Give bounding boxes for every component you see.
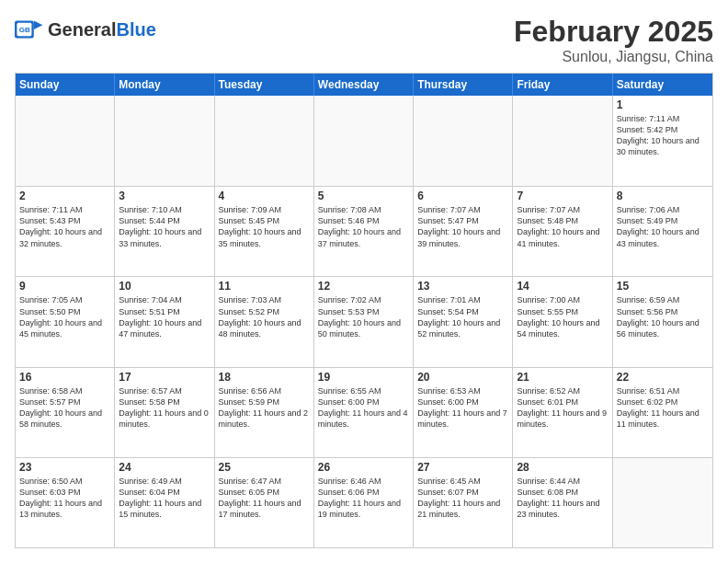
month-title: February 2025: [514, 15, 713, 49]
calendar-cell: 20Sunrise: 6:53 AM Sunset: 6:00 PM Dayli…: [414, 368, 513, 457]
calendar-cell: [16, 96, 115, 186]
day-of-week-header: Wednesday: [314, 74, 414, 96]
calendar-cell: [115, 96, 214, 186]
calendar-body: 1Sunrise: 7:11 AM Sunset: 5:42 PM Daylig…: [16, 96, 712, 547]
day-info: Sunrise: 7:04 AM Sunset: 5:51 PM Dayligh…: [119, 294, 210, 339]
day-info: Sunrise: 6:57 AM Sunset: 5:58 PM Dayligh…: [119, 385, 210, 431]
day-info: Sunrise: 6:51 AM Sunset: 6:02 PM Dayligh…: [617, 385, 709, 431]
day-info: Sunrise: 6:58 AM Sunset: 5:57 PM Dayligh…: [19, 385, 110, 431]
calendar-cell: [215, 96, 314, 186]
calendar-cell: 26Sunrise: 6:46 AM Sunset: 6:06 PM Dayli…: [314, 458, 414, 547]
day-number: 9: [19, 280, 110, 293]
calendar-cell: 10Sunrise: 7:04 AM Sunset: 5:51 PM Dayli…: [115, 277, 214, 366]
day-of-week-header: Tuesday: [215, 74, 314, 96]
calendar-cell: 15Sunrise: 6:59 AM Sunset: 5:56 PM Dayli…: [613, 277, 712, 366]
day-info: Sunrise: 7:06 AM Sunset: 5:49 PM Dayligh…: [617, 204, 709, 249]
svg-text:GB: GB: [19, 26, 30, 34]
day-number: 7: [517, 190, 608, 202]
day-info: Sunrise: 7:03 AM Sunset: 5:52 PM Dayligh…: [219, 294, 310, 339]
logo-icon: GB: [15, 15, 44, 44]
day-info: Sunrise: 6:47 AM Sunset: 6:05 PM Dayligh…: [219, 476, 310, 521]
calendar-cell: 25Sunrise: 6:47 AM Sunset: 6:05 PM Dayli…: [215, 458, 314, 547]
logo-blue: Blue: [116, 19, 155, 40]
calendar-cell: 19Sunrise: 6:55 AM Sunset: 6:00 PM Dayli…: [314, 368, 414, 457]
calendar-cell: 22Sunrise: 6:51 AM Sunset: 6:02 PM Dayli…: [613, 368, 712, 457]
calendar-cell: 18Sunrise: 6:56 AM Sunset: 5:59 PM Dayli…: [215, 368, 314, 457]
day-info: Sunrise: 7:11 AM Sunset: 5:43 PM Dayligh…: [19, 204, 110, 249]
day-info: Sunrise: 6:44 AM Sunset: 6:08 PM Dayligh…: [517, 476, 608, 521]
calendar-cell: [314, 96, 414, 186]
calendar-cell: 7Sunrise: 7:07 AM Sunset: 5:48 PM Daylig…: [513, 187, 612, 276]
day-number: 11: [219, 280, 310, 293]
calendar-cell: 21Sunrise: 6:52 AM Sunset: 6:01 PM Dayli…: [513, 368, 612, 457]
calendar-cell: 2Sunrise: 7:11 AM Sunset: 5:43 PM Daylig…: [16, 187, 115, 276]
day-number: 2: [19, 190, 110, 202]
day-number: 1: [617, 98, 709, 111]
day-info: Sunrise: 7:01 AM Sunset: 5:54 PM Dayligh…: [417, 294, 508, 339]
location: Sunlou, Jiangsu, China: [514, 49, 713, 65]
day-number: 19: [318, 371, 409, 384]
calendar-cell: 24Sunrise: 6:49 AM Sunset: 6:04 PM Dayli…: [115, 458, 214, 547]
calendar-cell: 8Sunrise: 7:06 AM Sunset: 5:49 PM Daylig…: [613, 187, 712, 276]
calendar-cell: 11Sunrise: 7:03 AM Sunset: 5:52 PM Dayli…: [215, 277, 314, 366]
day-number: 15: [617, 280, 709, 293]
calendar-cell: [613, 458, 712, 547]
calendar-cell: 3Sunrise: 7:10 AM Sunset: 5:44 PM Daylig…: [115, 187, 214, 276]
calendar-row: 9Sunrise: 7:05 AM Sunset: 5:50 PM Daylig…: [16, 276, 712, 366]
calendar-row: 1Sunrise: 7:11 AM Sunset: 5:42 PM Daylig…: [16, 96, 712, 186]
day-of-week-header: Saturday: [613, 74, 712, 96]
svg-marker-3: [34, 20, 43, 29]
calendar-cell: 14Sunrise: 7:00 AM Sunset: 5:55 PM Dayli…: [513, 277, 612, 366]
calendar-cell: 1Sunrise: 7:11 AM Sunset: 5:42 PM Daylig…: [613, 96, 712, 186]
day-number: 17: [119, 371, 210, 384]
day-info: Sunrise: 6:49 AM Sunset: 6:04 PM Dayligh…: [119, 476, 210, 521]
calendar: SundayMondayTuesdayWednesdayThursdayFrid…: [15, 73, 713, 548]
day-number: 5: [318, 190, 409, 202]
day-number: 13: [417, 280, 508, 293]
day-info: Sunrise: 7:10 AM Sunset: 5:44 PM Dayligh…: [119, 204, 210, 249]
calendar-cell: 23Sunrise: 6:50 AM Sunset: 6:03 PM Dayli…: [16, 458, 115, 547]
day-of-week-header: Sunday: [16, 74, 115, 96]
day-of-week-header: Thursday: [414, 74, 513, 96]
day-info: Sunrise: 6:50 AM Sunset: 6:03 PM Dayligh…: [19, 476, 110, 521]
day-info: Sunrise: 6:56 AM Sunset: 5:59 PM Dayligh…: [219, 385, 310, 431]
day-number: 28: [517, 461, 608, 474]
day-number: 14: [517, 280, 608, 293]
calendar-row: 2Sunrise: 7:11 AM Sunset: 5:43 PM Daylig…: [16, 186, 712, 276]
day-number: 3: [119, 190, 210, 202]
calendar-cell: 4Sunrise: 7:09 AM Sunset: 5:45 PM Daylig…: [215, 187, 314, 276]
calendar-row: 23Sunrise: 6:50 AM Sunset: 6:03 PM Dayli…: [16, 457, 712, 547]
day-number: 22: [617, 371, 709, 384]
day-info: Sunrise: 6:55 AM Sunset: 6:00 PM Dayligh…: [318, 385, 409, 431]
logo-general: General: [48, 19, 116, 40]
day-number: 8: [617, 190, 709, 202]
day-number: 18: [219, 371, 310, 384]
day-number: 21: [517, 371, 608, 384]
day-info: Sunrise: 7:09 AM Sunset: 5:45 PM Dayligh…: [219, 204, 310, 249]
day-info: Sunrise: 7:11 AM Sunset: 5:42 PM Dayligh…: [617, 113, 709, 158]
day-number: 12: [318, 280, 409, 293]
day-of-week-header: Monday: [115, 74, 214, 96]
day-number: 25: [219, 461, 310, 474]
calendar-cell: 13Sunrise: 7:01 AM Sunset: 5:54 PM Dayli…: [414, 277, 513, 366]
day-info: Sunrise: 7:00 AM Sunset: 5:55 PM Dayligh…: [517, 294, 608, 339]
day-info: Sunrise: 7:05 AM Sunset: 5:50 PM Dayligh…: [19, 294, 110, 339]
day-number: 27: [417, 461, 508, 474]
calendar-cell: 6Sunrise: 7:07 AM Sunset: 5:47 PM Daylig…: [414, 187, 513, 276]
day-number: 10: [119, 280, 210, 293]
day-info: Sunrise: 7:02 AM Sunset: 5:53 PM Dayligh…: [318, 294, 409, 339]
day-info: Sunrise: 6:52 AM Sunset: 6:01 PM Dayligh…: [517, 385, 608, 431]
logo: GB GeneralBlue: [15, 15, 156, 44]
day-info: Sunrise: 7:07 AM Sunset: 5:48 PM Dayligh…: [517, 204, 608, 249]
calendar-cell: 5Sunrise: 7:08 AM Sunset: 5:46 PM Daylig…: [314, 187, 414, 276]
calendar-cell: 17Sunrise: 6:57 AM Sunset: 5:58 PM Dayli…: [115, 368, 214, 457]
day-info: Sunrise: 7:07 AM Sunset: 5:47 PM Dayligh…: [417, 204, 508, 249]
calendar-cell: 27Sunrise: 6:45 AM Sunset: 6:07 PM Dayli…: [414, 458, 513, 547]
title-block: February 2025 Sunlou, Jiangsu, China: [514, 15, 713, 65]
day-number: 24: [119, 461, 210, 474]
calendar-cell: 9Sunrise: 7:05 AM Sunset: 5:50 PM Daylig…: [16, 277, 115, 366]
calendar-cell: 28Sunrise: 6:44 AM Sunset: 6:08 PM Dayli…: [513, 458, 612, 547]
calendar-cell: [513, 96, 612, 186]
calendar-header: SundayMondayTuesdayWednesdayThursdayFrid…: [16, 74, 712, 96]
day-info: Sunrise: 7:08 AM Sunset: 5:46 PM Dayligh…: [318, 204, 409, 249]
